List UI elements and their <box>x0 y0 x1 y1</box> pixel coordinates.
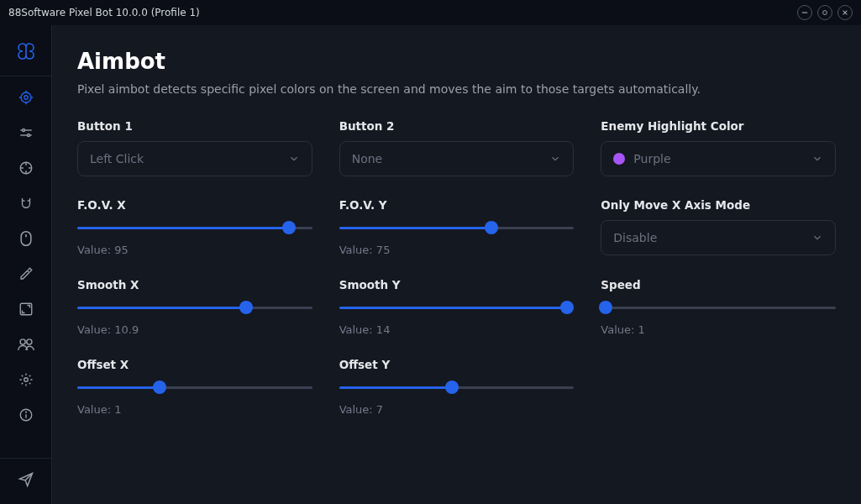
offsetx-value: Value: 1 <box>77 403 312 416</box>
svg-point-26 <box>24 378 28 382</box>
offsetx-field: Offset X Value: 1 <box>77 358 312 416</box>
speed-slider[interactable] <box>601 300 836 315</box>
fovy-value: Value: 75 <box>339 244 575 256</box>
page-title: Aimbot <box>77 49 836 74</box>
minimize-icon[interactable] <box>797 5 812 20</box>
svg-point-5 <box>24 96 28 100</box>
chevron-down-icon <box>811 153 823 165</box>
smoothx-field: Smooth X Value: 10.9 <box>77 278 312 336</box>
fovx-slider[interactable] <box>77 220 312 235</box>
button1-field: Button 1 Left Click <box>77 119 312 176</box>
button1-value: Left Click <box>90 152 144 165</box>
sliders-nav-icon[interactable] <box>17 123 35 142</box>
enemy-color-value: Purple <box>633 152 670 165</box>
chevron-down-icon <box>549 153 561 165</box>
button2-select[interactable]: None <box>339 141 575 176</box>
button2-label: Button 2 <box>339 119 575 133</box>
eyedropper-nav-icon[interactable] <box>17 265 35 283</box>
window-title: 88Software Pixel Bot 10.0.0 (Profile 1) <box>8 7 792 18</box>
button2-value: None <box>352 152 383 165</box>
fovy-slider[interactable] <box>339 220 575 235</box>
maximize-icon[interactable] <box>817 5 832 20</box>
smoothy-label: Smooth Y <box>339 278 575 291</box>
svg-rect-21 <box>21 232 31 246</box>
speed-field: Speed Value: 1 <box>601 278 836 336</box>
smoothx-label: Smooth X <box>77 278 312 291</box>
enemy-color-field: Enemy Highlight Color Purple <box>601 119 836 176</box>
enemy-color-label: Enemy Highlight Color <box>601 119 836 133</box>
svg-point-1 <box>823 10 827 14</box>
xaxis-field: Only Move X Axis Mode Disable <box>601 198 836 256</box>
expand-nav-icon[interactable] <box>17 300 35 318</box>
page-subtitle: Pixel aimbot detects specific pixel colo… <box>77 82 836 96</box>
svg-point-24 <box>20 339 25 344</box>
button1-select[interactable]: Left Click <box>77 141 312 176</box>
xaxis-select[interactable]: Disable <box>601 220 836 255</box>
smoothy-value: Value: 14 <box>339 323 575 336</box>
offsety-label: Offset Y <box>339 358 575 371</box>
magnet-nav-icon[interactable] <box>17 194 35 213</box>
fovx-value: Value: 95 <box>77 244 312 256</box>
svg-point-13 <box>27 134 29 137</box>
fovy-field: F.O.V. Y Value: 75 <box>339 198 575 256</box>
offsetx-label: Offset X <box>77 358 312 371</box>
svg-point-4 <box>21 92 31 102</box>
svg-point-25 <box>26 339 31 344</box>
users-nav-icon[interactable] <box>17 335 35 354</box>
fovx-label: F.O.V. X <box>77 198 312 212</box>
chevron-down-icon <box>288 153 300 165</box>
aimbot-nav-icon[interactable] <box>17 88 35 107</box>
xaxis-label: Only Move X Axis Mode <box>601 198 836 212</box>
close-icon[interactable] <box>837 5 853 20</box>
button1-label: Button 1 <box>77 119 312 133</box>
offsety-slider[interactable] <box>339 380 575 395</box>
svg-point-12 <box>22 129 24 132</box>
titlebar: 88Software Pixel Bot 10.0.0 (Profile 1) <box>0 0 861 25</box>
svg-point-29 <box>25 412 26 412</box>
sidebar <box>0 25 52 504</box>
scroll-nav-icon[interactable] <box>17 229 35 248</box>
offsety-field: Offset Y Value: 7 <box>339 358 575 416</box>
smoothy-field: Smooth Y Value: 14 <box>339 278 575 336</box>
smoothx-slider[interactable] <box>77 300 312 315</box>
send-nav-icon[interactable] <box>17 470 35 489</box>
button2-field: Button 2 None <box>339 119 575 176</box>
chevron-down-icon <box>811 232 823 244</box>
fovy-label: F.O.V. Y <box>339 198 575 212</box>
color-swatch-icon <box>613 153 625 165</box>
app-logo <box>0 27 51 76</box>
crosshair-nav-icon[interactable] <box>17 159 35 177</box>
offsetx-slider[interactable] <box>77 380 312 395</box>
smoothy-slider[interactable] <box>339 300 575 315</box>
offsety-value: Value: 7 <box>339 403 575 416</box>
xaxis-value: Disable <box>613 231 657 244</box>
info-nav-icon[interactable] <box>17 406 35 424</box>
main-content: Aimbot Pixel aimbot detects specific pix… <box>52 25 861 504</box>
smoothx-value: Value: 10.9 <box>77 323 312 336</box>
gear-nav-icon[interactable] <box>17 370 35 389</box>
enemy-color-select[interactable]: Purple <box>601 141 836 176</box>
speed-label: Speed <box>601 278 836 291</box>
speed-value: Value: 1 <box>601 323 836 336</box>
fovx-field: F.O.V. X Value: 95 <box>77 198 312 256</box>
